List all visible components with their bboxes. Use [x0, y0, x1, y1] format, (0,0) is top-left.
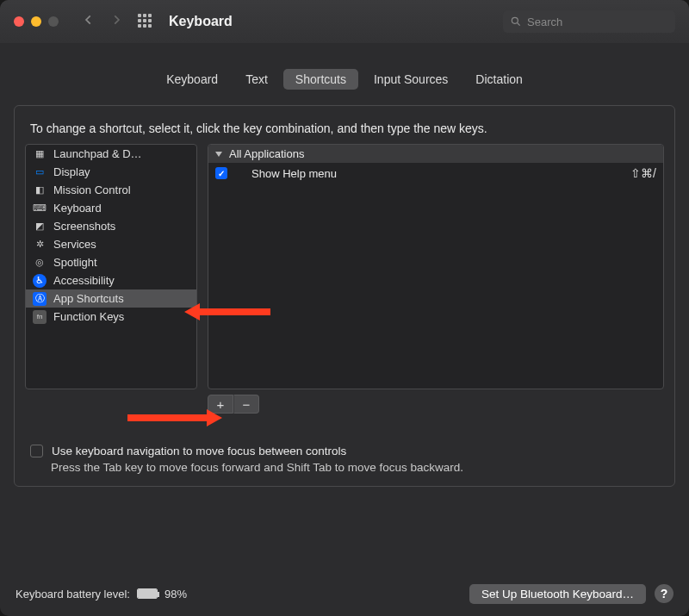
svg-point-0: [512, 17, 518, 23]
services-icon: ✲: [33, 238, 47, 252]
keyboard-icon: ⌨︎: [33, 202, 47, 215]
add-button[interactable]: +: [208, 395, 233, 414]
tab-text[interactable]: Text: [233, 69, 280, 90]
launchpad-icon: ▦: [33, 147, 47, 161]
forward-button[interactable]: [110, 14, 122, 29]
keyboard-nav-row: Use keyboard navigation to move focus be…: [30, 445, 659, 457]
cat-function-keys[interactable]: fnFunction Keys: [26, 308, 196, 326]
chevron-right-icon: [110, 14, 122, 26]
battery-icon: [137, 588, 158, 599]
function-keys-icon: fn: [33, 310, 47, 324]
search-input[interactable]: Search: [503, 10, 675, 33]
zoom-window[interactable]: [48, 16, 59, 27]
app-shortcuts-icon: Ⓐ: [33, 292, 47, 306]
mission-control-icon: ◧: [33, 184, 47, 197]
cat-app-shortcuts[interactable]: ⒶApp Shortcuts: [26, 289, 196, 308]
setup-bluetooth-button[interactable]: Set Up Bluetooth Keyboard…: [469, 584, 646, 604]
group-all-applications[interactable]: All Applications: [208, 145, 663, 163]
close-window[interactable]: [14, 16, 24, 27]
instruction-text: To change a shortcut, select it, click t…: [30, 121, 659, 135]
keyboard-nav-hint: Press the Tab key to move focus forward …: [51, 461, 659, 474]
battery-status: Keyboard battery level: 98%: [16, 588, 187, 600]
back-button[interactable]: [83, 14, 95, 29]
tab-shortcuts[interactable]: Shortcuts: [283, 69, 358, 90]
cat-accessibility[interactable]: ♿︎Accessibility: [26, 271, 196, 289]
search-icon: [510, 16, 522, 28]
traffic-lights: [14, 16, 59, 27]
cat-services[interactable]: ✲Services: [26, 235, 196, 253]
tab-keyboard[interactable]: Keyboard: [154, 69, 230, 90]
cat-mission-control[interactable]: ◧Mission Control: [26, 181, 196, 199]
tab-dictation[interactable]: Dictation: [463, 69, 534, 90]
enabled-checkbox[interactable]: ✓: [215, 167, 227, 179]
remove-button[interactable]: −: [233, 395, 259, 414]
cat-screenshots[interactable]: ◩Screenshots: [26, 217, 196, 235]
show-all-button[interactable]: [138, 14, 153, 29]
titlebar: Keyboard Search: [0, 0, 689, 43]
shortcut-keys[interactable]: ⇧⌘/: [630, 166, 656, 180]
cat-keyboard[interactable]: ⌨︎Keyboard: [26, 199, 196, 217]
display-icon: ▭: [33, 165, 47, 179]
chevron-down-icon: [215, 152, 222, 157]
keyboard-pref-window: Keyboard Search Keyboard Text Shortcuts …: [0, 0, 689, 616]
accessibility-icon: ♿︎: [33, 274, 47, 288]
pref-tabs: Keyboard Text Shortcuts Input Sources Di…: [0, 69, 689, 90]
search-placeholder: Search: [527, 16, 562, 28]
chevron-left-icon: [83, 14, 95, 26]
keyboard-nav-checkbox[interactable]: [30, 445, 43, 457]
keyboard-nav-label: Use keyboard navigation to move focus be…: [52, 445, 346, 457]
screenshots-icon: ◩: [33, 220, 47, 233]
shortcut-row-show-help[interactable]: ✓ Show Help menu ⇧⌘/: [208, 163, 663, 184]
tab-input-sources[interactable]: Input Sources: [362, 69, 460, 90]
minimize-window[interactable]: [31, 16, 41, 27]
spotlight-icon: ◎: [33, 256, 47, 270]
category-list[interactable]: ▦Launchpad & D… ▭Display ◧Mission Contro…: [25, 144, 197, 389]
help-button[interactable]: ?: [655, 584, 673, 603]
cat-launchpad[interactable]: ▦Launchpad & D…: [26, 145, 196, 163]
cat-display[interactable]: ▭Display: [26, 163, 196, 181]
shortcuts-panel: To change a shortcut, select it, click t…: [14, 105, 675, 487]
shortcuts-list[interactable]: All Applications ✓ Show Help menu ⇧⌘/: [208, 144, 664, 389]
cat-spotlight[interactable]: ◎Spotlight: [26, 253, 196, 271]
window-footer: Keyboard battery level: 98% Set Up Bluet…: [0, 571, 689, 616]
shortcut-label: Show Help menu: [251, 167, 337, 180]
add-remove-buttons: + −: [208, 395, 664, 414]
window-title: Keyboard: [169, 14, 233, 29]
